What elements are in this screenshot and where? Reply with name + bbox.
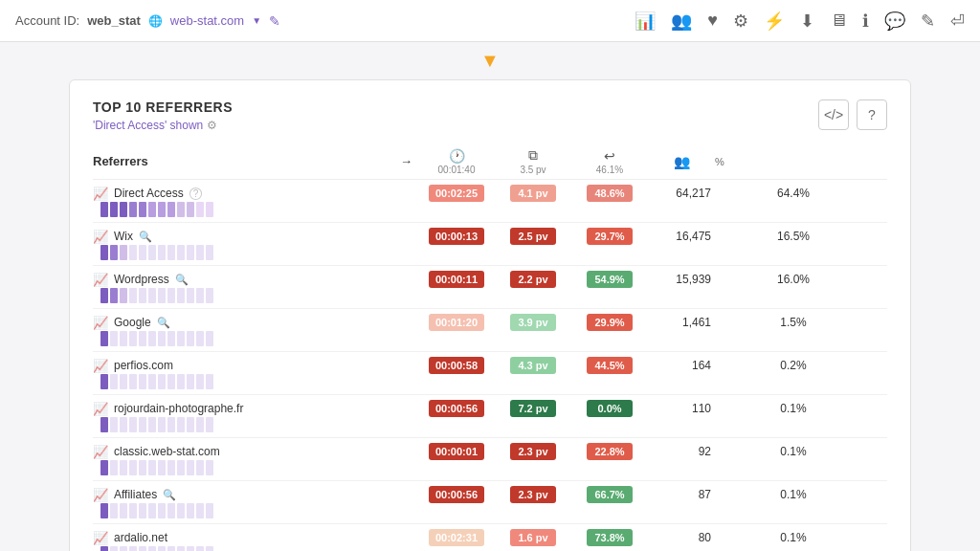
- bolt-icon[interactable]: ⚡: [764, 11, 785, 32]
- bar-segment: [110, 374, 118, 389]
- pct-cell: 0.1%: [715, 531, 868, 544]
- referrer-icon: 📈: [93, 359, 108, 373]
- referrer-name-cell: 📈classic.web-stat.com: [93, 445, 342, 459]
- bounce-cell: 48.6%: [571, 185, 648, 202]
- bar-segment: [139, 374, 146, 389]
- search-icon[interactable]: 🔍: [175, 274, 189, 286]
- count-cell: 92: [648, 445, 715, 458]
- referrer-icon: 📈: [93, 402, 108, 416]
- monitor-icon[interactable]: 🖥: [830, 11, 847, 31]
- bar-segment: [110, 417, 118, 432]
- download-icon[interactable]: ⬇: [800, 11, 814, 32]
- bar-segment: [120, 503, 127, 518]
- search-icon[interactable]: 🔍: [139, 231, 152, 243]
- bounce-cell: 44.5%: [571, 357, 648, 374]
- chart-icon[interactable]: 📊: [635, 11, 656, 32]
- bar-cell: [93, 546, 342, 551]
- pct-cell: 16.5%: [715, 230, 868, 243]
- bar-segment: [148, 417, 156, 432]
- table-row: 📈Wix🔍00:00:132.5 pv29.7%16,47516.5%: [93, 223, 887, 266]
- code-button[interactable]: </>: [818, 99, 849, 130]
- bar-segment: [100, 288, 108, 303]
- bar-cell: [93, 245, 342, 260]
- pv-badge: 4.1 pv: [510, 185, 556, 202]
- bar-segment: [120, 202, 127, 217]
- bounce-badge: 66.7%: [587, 486, 633, 503]
- bar-segment: [187, 245, 194, 260]
- bar-cell: [93, 460, 342, 475]
- pct-cell: 0.2%: [715, 359, 868, 372]
- question-icon[interactable]: ?: [189, 187, 203, 200]
- bar-segment: [158, 503, 166, 518]
- heart-icon[interactable]: ♥: [707, 11, 718, 31]
- bar-segment: [158, 331, 166, 346]
- bar-segment: [129, 546, 137, 551]
- bar-segment: [187, 374, 194, 389]
- dropdown-arrow-icon[interactable]: ▼: [252, 15, 261, 26]
- bar-segment: [148, 245, 156, 260]
- time-badge: 00:02:31: [429, 529, 484, 546]
- bar-segment: [196, 417, 204, 432]
- search-icon[interactable]: 🔍: [157, 317, 170, 329]
- pct-cell: 64.4%: [715, 187, 868, 200]
- pv-cell: 2.3 pv: [495, 443, 571, 460]
- pct-cell: 0.1%: [715, 402, 868, 415]
- bounce-cell: 66.7%: [571, 486, 648, 503]
- bar-segment: [167, 417, 175, 432]
- bar-segment: [167, 245, 175, 260]
- bounce-badge: 44.5%: [587, 357, 633, 374]
- bar-segment: [148, 331, 156, 346]
- pct-label: %: [715, 156, 724, 167]
- panel-subtitle: 'Direct Access' shown ⚙: [93, 119, 233, 132]
- count-cell: 16,475: [648, 230, 715, 243]
- bar-segment: [177, 503, 185, 518]
- table-row: 📈Google🔍00:01:203.9 pv29.9%1,4611.5%: [93, 309, 887, 352]
- edit-account-icon[interactable]: ✎: [269, 13, 280, 29]
- logout-icon[interactable]: ⏎: [950, 11, 965, 32]
- subtitle-gear-icon[interactable]: ⚙: [207, 119, 217, 132]
- bar-segment: [187, 503, 194, 518]
- time-cell: 00:00:01: [418, 443, 495, 460]
- referrer-icon: 📈: [93, 187, 108, 201]
- referrer-label: Affiliates: [114, 488, 157, 501]
- edit-icon[interactable]: ✎: [921, 11, 935, 32]
- chat-icon[interactable]: 💬: [884, 11, 905, 32]
- bar-segment: [100, 331, 108, 346]
- time-badge: 00:00:11: [429, 271, 484, 288]
- referrer-name-cell: 📈Affiliates🔍: [93, 488, 342, 502]
- count-cell: 164: [648, 359, 715, 372]
- bar-segment: [167, 546, 175, 551]
- info-icon[interactable]: ℹ: [862, 11, 869, 32]
- search-icon[interactable]: 🔍: [163, 489, 176, 501]
- table-header: Referrers → 🕐 00:01:40 ⧉ 3.5 pv ↩ 46.1% …: [93, 143, 887, 180]
- domain-value: web-stat.com: [170, 13, 244, 28]
- pct-cell: 0.1%: [715, 445, 868, 458]
- users-icon[interactable]: 👥: [671, 11, 692, 32]
- bar-segment: [167, 331, 175, 346]
- col-referrers-header: Referrers: [93, 154, 342, 168]
- help-button[interactable]: ?: [857, 99, 887, 130]
- pv-badge: 3.9 pv: [510, 314, 556, 331]
- pv-cell: 3.9 pv: [495, 314, 571, 331]
- gear-icon[interactable]: ⚙: [733, 11, 748, 32]
- bar-segment: [196, 460, 204, 475]
- bar-segment: [148, 460, 156, 475]
- bar-segment: [177, 288, 185, 303]
- bar-segment: [158, 202, 166, 217]
- bar-segment: [129, 417, 137, 432]
- main-panel: TOP 10 REFERRERS 'Direct Access' shown ⚙…: [69, 79, 911, 551]
- bar-segment: [196, 288, 204, 303]
- bar-segment: [187, 202, 194, 217]
- pv-cell: 7.2 pv: [495, 400, 571, 417]
- time-badge: 00:01:20: [429, 314, 484, 331]
- time-badge: 00:00:01: [429, 443, 484, 460]
- bar-segment: [129, 331, 137, 346]
- data-rows: 📈Direct Access?00:02:254.1 pv48.6%64,217…: [93, 180, 887, 551]
- bar-segment: [196, 245, 204, 260]
- bounce-cell: 29.9%: [571, 314, 648, 331]
- referrer-label: classic.web-stat.com: [114, 445, 220, 458]
- pv-cell: 4.1 pv: [495, 185, 571, 202]
- count-cell: 87: [648, 488, 715, 501]
- bar-segment: [177, 245, 185, 260]
- arrow-col: →: [342, 154, 418, 168]
